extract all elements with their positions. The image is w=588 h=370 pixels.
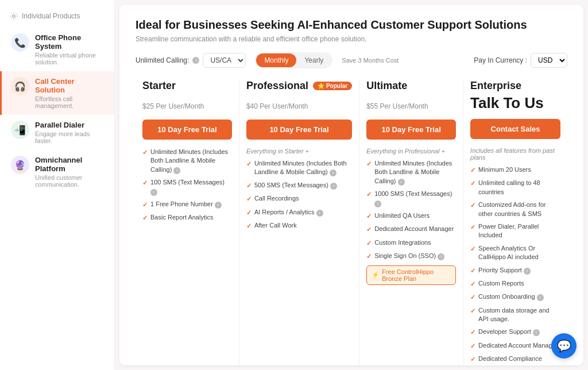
omnichannel-title: Omnichannel Platform [35, 156, 105, 173]
list-item: ✓Developer Support i [470, 327, 560, 337]
professional-features: ✓Unlimited Minutes (Includes Both Landli… [246, 159, 352, 230]
list-item: ✓Dedicated Account Manager [366, 225, 456, 234]
list-item: ✓Minimum 20 Users [470, 165, 560, 175]
page-title: Ideal for Businesses Seeking AI-Enhanced… [136, 18, 567, 32]
professional-feature-label: Everything in Starter + [246, 148, 352, 155]
list-item: ✓1000 SMS (Text Messages) i [366, 190, 456, 207]
calling-info-icon[interactable]: i [192, 57, 199, 64]
enterprise-feature-label: Includes all features from past plans [470, 147, 560, 161]
list-item: ✓Custom data storage and API usage. [470, 306, 560, 324]
svg-point-0 [13, 15, 15, 17]
sidebar-header-label: Individual Products [22, 12, 80, 20]
office-phone-icon: 📞 [11, 33, 29, 52]
plan-enterprise: Enterprise Talk To Us Contact Sales Incl… [463, 80, 567, 365]
billing-toggle: Monthly Yearly [255, 52, 332, 68]
page-subtitle: Streamline communication with a reliable… [136, 35, 567, 43]
omnichannel-icon: 🔮 [11, 156, 29, 174]
list-item: ✓Power Dialer, Parallel Included [470, 222, 560, 240]
controls-bar: Unlimited Calling: i US/CA UK AU IN Mont… [136, 52, 567, 68]
omnichannel-sub: Unified customer communication. [35, 174, 105, 188]
enterprise-name: Enterprise [470, 80, 560, 92]
call-center-sub: Effortless call management. [35, 95, 105, 109]
list-item: ✓100 SMS (Text Messages) i [142, 178, 232, 196]
list-item: ✓Dedicated Compliance Support i [470, 354, 560, 365]
enterprise-cta[interactable]: Contact Sales [470, 119, 560, 139]
main-content: Ideal for Businesses Seeking AI-Enhanced… [119, 5, 583, 365]
call-center-title: Call Center Solution [35, 77, 105, 94]
list-item: ✓Dedicated Account Manager [470, 341, 560, 350]
parallel-dialer-icon: 📲 [11, 121, 29, 139]
professional-name: Professional ⭐ Popular [246, 80, 352, 92]
currency-control: Pay In Currency : USD EUR GBP INR [474, 53, 567, 68]
list-item: ✓After Call Work [246, 221, 352, 230]
list-item: ✓Speech Analytics Or CallHippo AI includ… [470, 244, 560, 262]
office-phone-sub: Reliable virtual phone solution. [35, 52, 105, 65]
currency-select[interactable]: USD EUR GBP INR [531, 53, 567, 68]
plan-ultimate: Ultimate $55 Per User/Month 10 Day Free … [359, 80, 463, 365]
yearly-toggle[interactable]: Yearly [296, 53, 331, 67]
starter-name: Starter [142, 80, 232, 92]
list-item: ✓Basic Report Analytics [142, 213, 232, 222]
list-item: ✓Custom Integrations [366, 238, 456, 248]
plan-professional: Professional ⭐ Popular $40 Per User/Mont… [239, 80, 359, 365]
list-item: ✓Unlimited Minutes (Includes Both Landli… [366, 159, 456, 186]
list-item: ✓Unlimited Minutes (Includes Both Landli… [246, 159, 352, 177]
list-item: ✓Single Sign On (SSO) i [366, 252, 456, 261]
currency-label: Pay In Currency : [474, 56, 527, 64]
starter-cta[interactable]: 10 Day Free Trial [142, 120, 232, 140]
ultimate-name: Ultimate [366, 80, 456, 92]
region-select[interactable]: US/CA UK AU IN [203, 53, 246, 68]
starter-features: ✓Unlimited Minutes (Includes Both Landli… [142, 148, 232, 223]
pricing-grid: Starter $25 Per User/Month 10 Day Free T… [136, 80, 567, 365]
office-phone-title: Office Phone System [35, 33, 105, 51]
list-item: ✓Unlimited QA Users [366, 211, 456, 221]
list-item: ✓Unlimited calling to 48 countries [470, 179, 560, 196]
list-item: ✓Customized Add-ons for other countries … [470, 201, 560, 218]
list-item: ✓AI Reports / Analytics i [246, 208, 352, 217]
list-item: ✓Custom Onboarding i [470, 292, 560, 302]
plan-starter: Starter $25 Per User/Month 10 Day Free T… [136, 80, 239, 365]
list-item: ✓Custom Reports [470, 279, 560, 288]
list-item: ✓Call Recordings [246, 194, 352, 203]
calling-label: Unlimited Calling: [136, 56, 189, 64]
starter-price: $25 Per User/Month [142, 94, 232, 113]
sidebar-item-office-phone[interactable]: 📞 Office Phone System Reliable virtual p… [0, 28, 114, 71]
list-item: ✓Unlimited Minutes (Includes Both Landli… [142, 148, 232, 174]
parallel-dialer-title: Parallel Dialer [35, 121, 105, 129]
enterprise-price: Talk To Us [470, 94, 560, 112]
sidebar-item-call-center[interactable]: 🎧 Call Center Solution Effortless call m… [0, 71, 114, 115]
parallel-dialer-sub: Engage more leads faster. [35, 130, 105, 144]
ultimate-price: $55 Per User/Month [366, 94, 456, 113]
professional-price: $40 Per User/Month [246, 94, 352, 113]
save-label: Save 3 Months Cost [342, 57, 399, 64]
sidebar: Individual Products 📞 Office Phone Syste… [0, 0, 115, 370]
popular-badge: ⭐ Popular [313, 82, 352, 90]
ultimate-features: ✓Unlimited Minutes (Includes Both Landli… [366, 159, 456, 261]
enterprise-features: ✓Minimum 20 Users ✓Unlimited calling to … [470, 165, 560, 365]
ultimate-cta[interactable]: 10 Day Free Trial [366, 120, 456, 140]
calling-control: Unlimited Calling: i US/CA UK AU IN [136, 53, 246, 68]
sidebar-item-omnichannel[interactable]: 🔮 Omnichannel Platform Unified customer … [0, 150, 114, 194]
ultimate-feature-label: Everything in Professional + [366, 148, 456, 155]
monthly-toggle[interactable]: Monthly [256, 53, 296, 67]
sidebar-item-parallel-dialer[interactable]: 📲 Parallel Dialer Engage more leads fast… [0, 115, 114, 150]
chat-button[interactable]: 💬 [551, 333, 577, 359]
call-center-icon: 🎧 [11, 77, 29, 95]
list-item: ✓Priority Support i [470, 266, 560, 275]
sidebar-header: Individual Products [0, 7, 114, 28]
chat-icon: 💬 [557, 339, 571, 353]
list-item: ✓500 SMS (Text Messages) i [246, 181, 352, 190]
professional-cta[interactable]: 10 Day Free Trial [246, 120, 352, 140]
bronze-badge: ⚡Free ControlHippo Bronze Plan [366, 265, 456, 285]
list-item: ✓1 Free Phone Number i [142, 200, 232, 209]
